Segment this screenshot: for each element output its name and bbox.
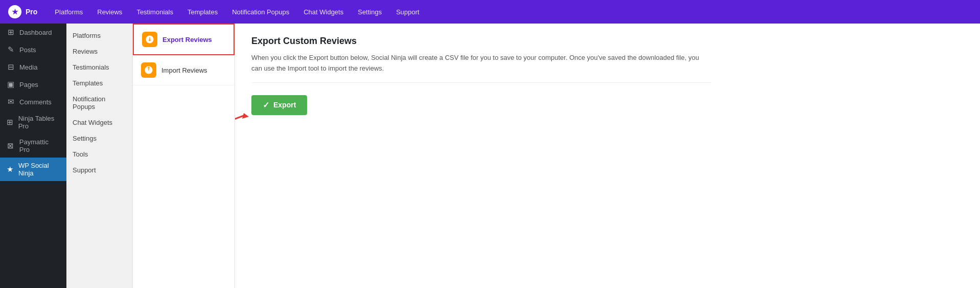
sidebar-item-comments[interactable]: ✉ Comments	[0, 93, 66, 110]
sidebar-item-ninja-tables[interactable]: ⊞ Ninja Tables Pro	[0, 110, 66, 134]
plugin-sidebar-notification-popups[interactable]: Notification Popups	[66, 91, 132, 115]
content-area: Export Reviews Import Reviews Export Cus…	[133, 24, 980, 288]
top-nav-testimonials[interactable]: Testimonials	[135, 6, 174, 18]
sidebar-item-pages-label: Pages	[19, 81, 38, 88]
main-content-panel: Export Custom Reviews When you click the…	[235, 24, 980, 288]
sidebar-item-media-label: Media	[19, 63, 37, 71]
import-reviews-label: Import Reviews	[161, 67, 207, 74]
export-icon	[142, 32, 157, 47]
sidebar-item-dashboard-label: Dashboard	[19, 29, 52, 36]
svg-marker-1	[242, 113, 249, 119]
plugin-sidebar-tools[interactable]: Tools	[66, 146, 132, 162]
sidebar-item-wp-social-ninja[interactable]: ★ WP Social Ninja	[0, 158, 66, 181]
top-nav-platforms[interactable]: Platforms	[54, 6, 84, 18]
top-nav-bar: ★ Pro Platforms Reviews Testimonials Tem…	[0, 0, 980, 24]
svg-line-0	[235, 116, 244, 123]
plugin-sub-sidebar: Platforms Reviews Testimonials Templates…	[66, 24, 133, 288]
sidebar-item-comments-label: Comments	[19, 98, 52, 106]
comments-icon: ✉	[6, 97, 15, 106]
plugin-sidebar-templates[interactable]: Templates	[66, 75, 132, 91]
plugin-sidebar-chat-widgets[interactable]: Chat Widgets	[66, 115, 132, 130]
sidebar-item-posts[interactable]: ✎ Posts	[0, 41, 66, 58]
paymattic-icon: ⊠	[6, 141, 15, 150]
sidebar-item-ninja-tables-label: Ninja Tables Pro	[18, 115, 60, 130]
section-description: When you click the Export button below, …	[251, 53, 711, 83]
page-title: Export Custom Reviews	[251, 36, 964, 47]
brand-logo: ★ Pro	[8, 5, 37, 18]
brand-label: Pro	[26, 8, 37, 16]
plugin-sidebar-support[interactable]: Support	[66, 162, 132, 178]
dashboard-icon: ⊞	[6, 28, 15, 37]
export-button-container: ✓ Export	[251, 95, 307, 115]
panel-item-export-reviews[interactable]: Export Reviews	[133, 24, 235, 55]
wp-social-ninja-icon: ★	[6, 165, 14, 174]
top-nav-settings[interactable]: Settings	[357, 6, 383, 18]
top-nav-support[interactable]: Support	[395, 6, 421, 18]
main-layout: ⊞ Dashboard ✎ Posts ⊟ Media ▣ Pages ✉ Co…	[0, 24, 980, 288]
import-icon	[141, 62, 156, 78]
plugin-sidebar-testimonials[interactable]: Testimonials	[66, 59, 132, 75]
sidebar-item-paymattic[interactable]: ⊠ Paymattic Pro	[0, 134, 66, 158]
posts-icon: ✎	[6, 45, 15, 54]
left-panel: Export Reviews Import Reviews	[133, 24, 235, 288]
plugin-sidebar-settings[interactable]: Settings	[66, 130, 132, 146]
red-arrow-annotation	[235, 110, 249, 126]
wp-admin-sidebar: ⊞ Dashboard ✎ Posts ⊟ Media ▣ Pages ✉ Co…	[0, 24, 66, 288]
top-nav-chat-widgets[interactable]: Chat Widgets	[302, 6, 344, 18]
sidebar-item-paymattic-label: Paymattic Pro	[19, 138, 60, 153]
sidebar-item-pages[interactable]: ▣ Pages	[0, 76, 66, 93]
top-nav-reviews[interactable]: Reviews	[96, 6, 123, 18]
sidebar-item-wp-social-ninja-label: WP Social Ninja	[18, 162, 60, 177]
export-button[interactable]: ✓ Export	[251, 95, 307, 115]
sidebar-item-media[interactable]: ⊟ Media	[0, 58, 66, 76]
pages-icon: ▣	[6, 80, 15, 89]
panel-item-import-reviews[interactable]: Import Reviews	[133, 55, 235, 85]
top-nav-templates[interactable]: Templates	[186, 6, 219, 18]
export-reviews-label: Export Reviews	[162, 36, 212, 43]
sidebar-item-dashboard[interactable]: ⊞ Dashboard	[0, 24, 66, 41]
media-icon: ⊟	[6, 62, 15, 72]
ninja-tables-icon: ⊞	[6, 118, 14, 127]
export-button-icon: ✓	[263, 100, 269, 110]
top-nav-notification-popups[interactable]: Notification Popups	[231, 6, 290, 18]
brand-icon: ★	[8, 5, 21, 18]
plugin-sidebar-platforms[interactable]: Platforms	[66, 28, 132, 43]
sidebar-item-posts-label: Posts	[19, 46, 36, 54]
export-button-label: Export	[273, 101, 296, 109]
plugin-sidebar-reviews[interactable]: Reviews	[66, 43, 132, 59]
